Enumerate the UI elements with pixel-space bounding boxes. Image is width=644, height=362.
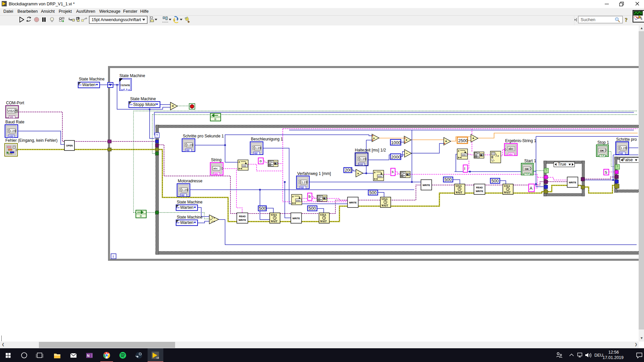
svg-text:Warten: Warten (180, 205, 194, 210)
svg-text:Start 1: Start 1 (524, 159, 536, 163)
svg-text:b: b (309, 194, 311, 198)
svg-text:T: T (214, 217, 215, 219)
svg-text:I32: I32 (186, 149, 190, 152)
svg-text:Stopp Motor: Stopp Motor (133, 102, 156, 107)
svg-text:※: ※ (140, 215, 142, 218)
svg-text:500: 500 (491, 178, 499, 183)
svg-text:s: s (392, 170, 394, 174)
svg-text:Fehler (Eingang, kein Fehler): Fehler (Eingang, kein Fehler) (5, 138, 57, 143)
svg-text:abc: abc (214, 173, 218, 175)
svg-text:State Machine: State Machine (177, 215, 203, 220)
svg-text:State Machine: State Machine (130, 97, 156, 101)
svg-text:15pt Anwendungsschriftart: 15pt Anwendungsschriftart (92, 17, 141, 22)
svg-text:Motoradresse: Motoradresse (178, 179, 203, 183)
svg-text:COM-Port: COM-Port (6, 101, 24, 105)
svg-text:÷: ÷ (373, 136, 375, 140)
svg-text:5: 5 (641, 17, 642, 20)
svg-text:1000: 1000 (391, 140, 401, 145)
svg-text:Beschleunigung 1: Beschleunigung 1 (251, 137, 283, 141)
svg-text:o: o (260, 159, 262, 163)
svg-text:=: = (172, 104, 174, 108)
svg-text:?: ? (156, 134, 158, 137)
svg-text:I32: I32 (181, 194, 184, 196)
svg-text:abc: abc (509, 153, 513, 156)
svg-text:Ergebnis-String 1: Ergebnis-String 1 (505, 138, 536, 143)
svg-text:?: ? (625, 17, 628, 23)
svg-text:500: 500 (309, 206, 316, 211)
svg-text:17.01.2019: 17.01.2019 (602, 355, 624, 360)
svg-text:18: 18 (156, 357, 159, 359)
svg-text:Warten: Warten (82, 82, 96, 87)
svg-text:Stop 1: Stop 1 (597, 140, 609, 145)
svg-text:?: ? (210, 219, 211, 221)
svg-text:I: I (464, 167, 465, 171)
svg-text:I/O: I/O (10, 116, 13, 118)
svg-text:Suchen: Suchen (581, 17, 595, 22)
svg-text:−: − (406, 152, 408, 155)
svg-text:500: 500 (369, 190, 377, 195)
svg-text:VISA: VISA (8, 109, 15, 113)
svg-text:12:56: 12:56 (608, 350, 619, 355)
svg-text:abc: abc (213, 167, 218, 170)
svg-text:?: ? (616, 165, 618, 169)
svg-text:500: 500 (444, 177, 452, 182)
svg-text:N: N (87, 354, 90, 358)
svg-text:State Machine: State Machine (177, 200, 203, 204)
svg-text:DEU: DEU (594, 353, 603, 358)
svg-text:2500: 2500 (458, 138, 468, 143)
svg-text:False: False (623, 158, 633, 162)
svg-text:abc: abc (508, 147, 514, 150)
svg-text:OPEN: OPEN (66, 144, 73, 147)
svg-text:×: × (357, 172, 359, 175)
svg-text:+: + (472, 136, 474, 140)
svg-text:String: String (211, 158, 221, 162)
svg-text:+: + (445, 139, 447, 143)
svg-text:Baud Rate: Baud Rate (5, 120, 24, 124)
svg-text:Schritte pro: Schritte pro (616, 137, 637, 142)
svg-text:State Machine: State Machine (79, 77, 105, 81)
svg-text:S: S (605, 170, 607, 174)
svg-text:True: True (558, 162, 566, 167)
svg-text:I32: I32 (620, 152, 623, 155)
svg-text:A: A (530, 186, 533, 191)
svg-text:※: ※ (214, 118, 217, 121)
svg-text:U32: U32 (359, 163, 363, 166)
svg-text:Schritte pro Sekunde 1: Schritte pro Sekunde 1 (183, 134, 224, 138)
svg-text:#: # (497, 155, 499, 157)
svg-text:Verfahrweg 1 [mm]: Verfahrweg 1 [mm] (297, 171, 331, 176)
svg-text:×: × (406, 138, 407, 142)
svg-text:State Machine: State Machine (119, 73, 145, 78)
svg-text:i: i (113, 255, 114, 258)
svg-text:500: 500 (259, 206, 266, 211)
svg-text:Warten: Warten (180, 220, 194, 225)
svg-text:Haltezeit [ms] 1/2: Haltezeit [ms] 1/2 (355, 148, 386, 153)
svg-text:?: ? (545, 169, 547, 173)
svg-text:STATE: STATE (122, 84, 130, 87)
svg-text:I32: I32 (254, 152, 258, 155)
svg-text:I32: I32 (301, 186, 304, 189)
svg-text:U32: U32 (9, 135, 13, 137)
svg-text:200: 200 (345, 168, 352, 173)
svg-text:F: F (214, 221, 215, 223)
svg-text:2000: 2000 (391, 155, 401, 160)
